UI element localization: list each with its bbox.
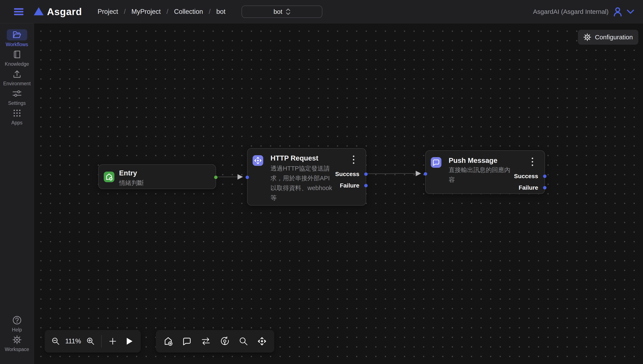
diamonds-icon <box>257 336 267 346</box>
output-label-success: Success <box>335 170 359 178</box>
configuration-button-label: Configuration <box>595 34 633 41</box>
output-label-success: Success <box>514 172 538 180</box>
node-push-message[interactable]: Push Message 直接輸出訊息的回應內 容 Success Failur… <box>425 150 545 194</box>
workflow-select-value: bot <box>274 8 282 15</box>
breadcrumb-project[interactable]: Project <box>98 8 118 16</box>
zoom-toolbar: 111% <box>45 330 141 352</box>
run-workflow-button[interactable] <box>126 338 133 345</box>
zoom-level-value: 111% <box>65 338 81 345</box>
apps-grid-icon <box>13 109 21 117</box>
breadcrumb-separator: / <box>124 8 126 16</box>
sidebar-item-label: Help <box>12 327 22 333</box>
node-description: 情緒判斷 <box>119 178 144 188</box>
sidebar-item-label: Environment <box>3 81 30 86</box>
breadcrumb-collection[interactable]: Collection <box>174 8 203 16</box>
user-icon <box>613 7 622 16</box>
folder-icon <box>12 31 22 39</box>
sidebar-nav: Workflows Knowledge Environment Settings… <box>0 24 34 364</box>
breadcrumb: Project / MyProject / Collection / bot <box>98 0 226 24</box>
book-icon <box>13 50 21 58</box>
account-area[interactable]: AsgardAI (Asgard Internal) <box>533 0 634 24</box>
node-menu-kebab-icon[interactable] <box>529 157 536 166</box>
account-label: AsgardAI (Asgard Internal) <box>533 8 608 15</box>
home-plus-icon <box>164 336 173 346</box>
chevron-down-icon[interactable] <box>627 10 634 14</box>
zoom-out-button[interactable] <box>52 337 60 346</box>
chat-bubble-icon <box>431 157 442 168</box>
plus-icon <box>109 338 116 345</box>
breadcrumb-separator: / <box>209 8 211 16</box>
node-description: 直接輸出訊息的回應內 容 <box>449 165 510 184</box>
header-bar: Asgard Project / MyProject / Collection … <box>0 0 643 24</box>
breadcrumb-bot[interactable]: bot <box>216 8 226 16</box>
help-icon <box>12 316 22 325</box>
node-palette-toolbar <box>156 330 274 352</box>
port-push-success[interactable] <box>543 174 546 178</box>
add-message-node-button[interactable] <box>182 336 192 346</box>
sidebar-item-help[interactable]: Help <box>0 315 34 334</box>
node-menu-kebab-icon[interactable] <box>350 155 357 164</box>
sidebar-item-label: Workflows <box>6 42 28 48</box>
workflow-select-dropdown[interactable]: bot <box>242 6 322 18</box>
breadcrumb-separator: / <box>166 8 168 16</box>
search-node-button[interactable] <box>239 337 248 346</box>
search-icon <box>239 337 248 346</box>
asgard-workflow-editor: Asgard Project / MyProject / Collection … <box>0 0 643 364</box>
sidebar-item-label: Knowledge <box>5 61 29 67</box>
node-title: Push Message <box>449 156 497 164</box>
sidebar-item-label: Workspace <box>5 346 29 352</box>
play-icon <box>126 338 133 345</box>
workflow-canvas[interactable]: Configuration Entry 情緒判斷 <box>34 24 643 364</box>
diamonds-icon <box>252 155 263 166</box>
add-entry-node-button[interactable] <box>164 336 173 346</box>
add-intent-node-button[interactable] <box>220 336 230 346</box>
node-description: 透過HTTP協定發送請 求，用於串接外部API 以取得資料、webhook 等 <box>270 164 332 202</box>
chat-bubble-icon <box>182 336 192 346</box>
gear-icon <box>584 34 591 41</box>
sidebar-item-label: Apps <box>11 120 22 126</box>
port-http-success[interactable] <box>364 172 368 176</box>
zoom-in-button[interactable] <box>86 337 95 346</box>
add-http-node-button[interactable] <box>257 336 267 346</box>
sidebar-item-workflows[interactable]: Workflows <box>0 29 34 48</box>
port-http-failure[interactable] <box>364 184 368 187</box>
output-label-failure: Failure <box>340 182 359 190</box>
sidebar-item-settings[interactable]: Settings <box>0 88 34 107</box>
asgard-logo-icon <box>34 7 44 16</box>
swap-arrows-icon <box>201 337 211 346</box>
sidebar-item-environment[interactable]: Environment <box>0 68 34 88</box>
zoom-in-icon <box>86 337 95 346</box>
node-http-request[interactable]: HTTP Request 透過HTTP協定發送請 求，用於串接外部API 以取得… <box>247 148 366 206</box>
zoom-out-icon <box>52 337 60 346</box>
retrain-bulb-icon <box>220 336 230 346</box>
select-updown-icon <box>286 8 290 15</box>
sliders-icon <box>12 90 22 97</box>
home-plus-icon <box>104 172 114 182</box>
app-title: Asgard <box>47 6 82 18</box>
node-title: Entry <box>119 169 137 177</box>
output-label-failure: Failure <box>518 184 538 192</box>
port-push-in[interactable] <box>424 172 427 176</box>
edge-http-success-to-push <box>366 174 420 174</box>
gear-icon <box>12 335 22 344</box>
hamburger-menu-icon[interactable] <box>14 7 24 16</box>
sidebar-item-label: Settings <box>8 100 26 106</box>
port-http-in[interactable] <box>246 176 249 179</box>
configuration-button[interactable]: Configuration <box>578 30 638 45</box>
port-push-failure[interactable] <box>543 186 546 190</box>
breadcrumb-myproject[interactable]: MyProject <box>132 8 161 16</box>
sidebar-item-apps[interactable]: Apps <box>0 108 34 127</box>
add-node-button[interactable] <box>109 338 116 345</box>
node-entry[interactable]: Entry 情緒判斷 <box>98 164 216 189</box>
upload-icon <box>13 70 21 78</box>
toolbar-divider <box>101 335 102 348</box>
node-title: HTTP Request <box>270 154 318 162</box>
sidebar-item-workspace[interactable]: Workspace <box>0 334 34 353</box>
add-switch-node-button[interactable] <box>201 337 211 346</box>
sidebar-item-knowledge[interactable]: Knowledge <box>0 49 34 68</box>
port-entry-out[interactable] <box>214 176 218 179</box>
